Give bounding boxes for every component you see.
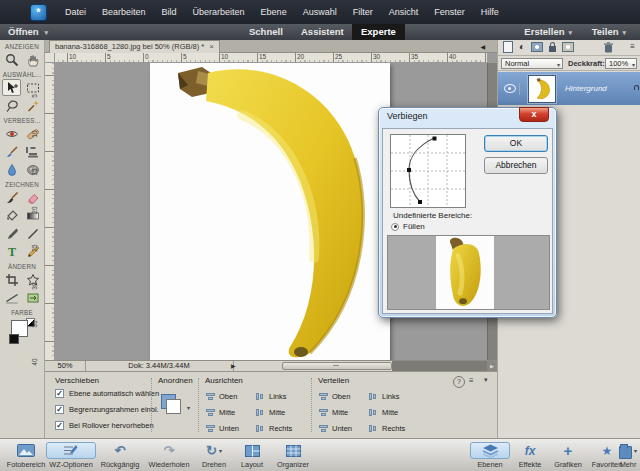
checkbox-show-bounding-box[interactable]: ✓ Begrenzungsrahmen einbl.: [55, 405, 159, 414]
align-bottom[interactable]: Unten: [219, 424, 255, 433]
eraser-tool[interactable]: [23, 189, 42, 206]
organizer-button[interactable]: Organizer: [270, 441, 316, 469]
tab-experte[interactable]: Experte: [352, 24, 405, 40]
line-tool[interactable]: [23, 225, 42, 242]
arrange-icon[interactable]: [161, 394, 183, 416]
menu-ueberarbeiten[interactable]: Überarbeiten: [185, 0, 253, 24]
delete-layer-icon[interactable]: [604, 42, 613, 53]
distribute-right-icon[interactable]: [368, 424, 379, 433]
layout-button[interactable]: Layout: [234, 441, 270, 469]
menu-bearbeiten[interactable]: Bearbeiten: [94, 0, 154, 24]
radio-selected-icon[interactable]: [391, 223, 399, 231]
more-button[interactable]: ▾ Mehr: [616, 441, 640, 469]
zoom-tool[interactable]: [2, 51, 21, 68]
tab-schnell[interactable]: Schnell: [240, 24, 292, 40]
undo-button[interactable]: ↶ Rückgängig: [96, 441, 144, 469]
blend-mode-select[interactable]: Normal▾: [501, 58, 563, 69]
rotate-button[interactable]: ↻▾ Drehen: [194, 441, 234, 469]
cancel-button[interactable]: Abbrechen: [484, 157, 548, 174]
lasso-tool[interactable]: [2, 97, 21, 114]
help-icon[interactable]: ?: [453, 376, 465, 388]
photo-bin-button[interactable]: Fotobereich: [4, 441, 48, 469]
zoom-level[interactable]: 50%: [45, 361, 86, 371]
document-tab[interactable]: banana-316868_1280.jpg bei 50% (RGB/8) *…: [49, 40, 220, 53]
type-tool[interactable]: T: [2, 243, 21, 260]
layer-mask-icon[interactable]: [531, 42, 543, 53]
menu-ansicht[interactable]: Ansicht: [381, 0, 427, 24]
shear-curve-grid[interactable]: [390, 134, 466, 208]
distribute-left[interactable]: Links: [382, 392, 418, 401]
distribute-bottom-icon[interactable]: [318, 424, 329, 433]
brush-tool[interactable]: [2, 189, 21, 206]
tool-options-button[interactable]: WZ-Optionen: [46, 441, 96, 469]
radio-fill[interactable]: Füllen: [391, 222, 425, 231]
distribute-center[interactable]: Mitte: [382, 408, 418, 417]
menu-datei[interactable]: Datei: [57, 0, 94, 24]
layer-name[interactable]: Hintergrund: [565, 84, 633, 93]
align-middle[interactable]: Mitte: [219, 408, 255, 417]
align-left[interactable]: Links: [269, 392, 305, 401]
tab-scroll-left-icon[interactable]: ◀: [480, 43, 485, 50]
align-top-icon[interactable]: [205, 392, 216, 401]
scroll-right-icon[interactable]: ▶: [487, 361, 497, 371]
align-right-icon[interactable]: [255, 424, 266, 433]
layer-visibility-icon[interactable]: [504, 84, 516, 93]
status-arrow-icon[interactable]: ▶: [231, 361, 236, 371]
align-right[interactable]: Rechts: [269, 424, 305, 433]
distribute-top-icon[interactable]: [318, 392, 329, 401]
distribute-right[interactable]: Rechts: [382, 424, 418, 433]
create-button[interactable]: Erstellen▾: [524, 24, 572, 41]
shear-dialog[interactable]: Verbiegen x OK Abbrechen Undefinierte Be…: [378, 107, 557, 318]
opacity-value[interactable]: 100%▾: [605, 58, 637, 69]
recompose-tool[interactable]: [23, 289, 42, 306]
canvas[interactable]: [150, 63, 390, 360]
panel-menu-icon[interactable]: ≡: [630, 41, 635, 52]
menu-bild[interactable]: Bild: [154, 0, 185, 24]
graphics-button[interactable]: + Grafiken: [548, 441, 588, 469]
hand-tool[interactable]: [23, 51, 42, 68]
checkbox-checked-icon[interactable]: ✓: [55, 389, 64, 398]
align-top[interactable]: Oben: [219, 392, 255, 401]
new-layer-icon[interactable]: [503, 42, 513, 53]
distribute-middle[interactable]: Mitte: [332, 408, 368, 417]
close-icon[interactable]: x: [519, 107, 549, 122]
lock-transparency-icon[interactable]: [562, 42, 574, 53]
clone-stamp-tool[interactable]: [23, 143, 42, 160]
eyedropper-tool[interactable]: [2, 225, 21, 242]
align-left-icon[interactable]: [255, 392, 266, 401]
horizontal-scrollbar-thumb[interactable]: [282, 362, 392, 370]
horizontal-scrollbar-track[interactable]: [392, 361, 487, 371]
lock-icon[interactable]: [549, 42, 556, 53]
checkbox-auto-select-layer[interactable]: ✓ Ebene automatisch wählen: [55, 389, 159, 398]
open-button[interactable]: Öffnen▾: [8, 24, 48, 40]
distribute-bottom[interactable]: Unten: [332, 424, 368, 433]
paint-bucket-tool[interactable]: [2, 207, 21, 224]
options-menu-icon[interactable]: ≡: [469, 376, 474, 385]
layers-button[interactable]: Ebenen: [470, 441, 510, 469]
layer-thumbnail[interactable]: [528, 75, 556, 103]
distribute-top[interactable]: Oben: [332, 392, 368, 401]
menu-hilfe[interactable]: Hilfe: [473, 0, 507, 24]
straighten-tool[interactable]: [2, 289, 21, 306]
adjustment-layer-icon[interactable]: ◐: [519, 42, 525, 53]
ok-button[interactable]: OK: [484, 135, 548, 152]
checkbox-highlight-on-rollover[interactable]: ✓ Bei Rollover hervorheben: [55, 421, 154, 430]
align-center-icon[interactable]: [255, 408, 266, 417]
chevron-down-icon[interactable]: ▾: [187, 404, 190, 411]
distribute-center-icon[interactable]: [368, 408, 379, 417]
checkbox-checked-icon[interactable]: ✓: [55, 405, 64, 414]
close-icon[interactable]: ×: [209, 41, 214, 53]
layer-row-hintergrund[interactable]: Hintergrund: [498, 72, 640, 105]
tab-assistent[interactable]: Assistent: [292, 24, 353, 40]
menu-auswahl[interactable]: Auswahl: [295, 0, 345, 24]
checkbox-checked-icon[interactable]: ✓: [55, 421, 64, 430]
background-color-swatch[interactable]: [9, 334, 19, 344]
smart-brush-tool[interactable]: [2, 143, 21, 160]
effects-button[interactable]: fx Effekte: [511, 441, 549, 469]
align-bottom-icon[interactable]: [205, 424, 216, 433]
crop-tool[interactable]: [2, 271, 21, 288]
menu-ebene[interactable]: Ebene: [253, 0, 295, 24]
blur-tool[interactable]: [2, 161, 21, 178]
share-button[interactable]: Teilen▾: [592, 24, 626, 41]
menu-filter[interactable]: Filter: [345, 0, 381, 24]
